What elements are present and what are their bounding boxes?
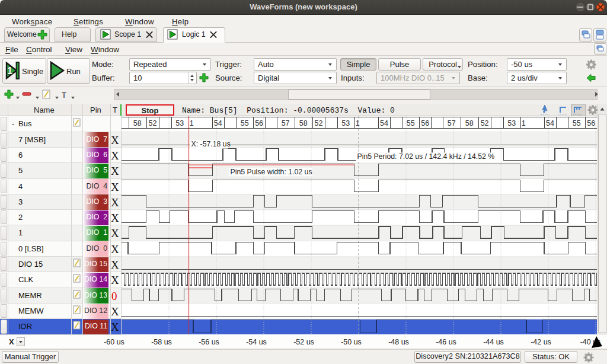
svg-text:T: T bbox=[62, 91, 66, 100]
svg-text:55: 55 bbox=[241, 119, 249, 127]
svg-text:1: 1 bbox=[7, 66, 12, 76]
svg-text:58: 58 bbox=[465, 119, 474, 127]
svg-text:Mode:: Mode: bbox=[92, 60, 114, 69]
svg-text:Pin5 Pulse width: 1.02 us: Pin5 Pulse width: 1.02 us bbox=[231, 168, 312, 176]
svg-text:1: 1 bbox=[190, 119, 194, 127]
svg-text:53: 53 bbox=[341, 119, 350, 127]
svg-text:Trigger:: Trigger: bbox=[215, 60, 242, 69]
svg-text:52: 52 bbox=[481, 119, 489, 127]
svg-text:53: 53 bbox=[175, 119, 184, 127]
svg-text:56: 56 bbox=[421, 119, 429, 127]
svg-text:53: 53 bbox=[507, 119, 516, 127]
svg-text:Buffer:: Buffer: bbox=[92, 74, 115, 82]
svg-text:X: -57.18 us: X: -57.18 us bbox=[191, 140, 231, 148]
svg-text:57: 57 bbox=[448, 119, 456, 127]
svg-text:55: 55 bbox=[407, 119, 415, 127]
svg-text:Base:: Base: bbox=[468, 74, 488, 82]
svg-text:Position:: Position: bbox=[468, 60, 498, 69]
svg-text:54: 54 bbox=[214, 119, 222, 127]
svg-text:57: 57 bbox=[282, 119, 290, 127]
svg-text:1: 1 bbox=[356, 119, 360, 127]
svg-text:58: 58 bbox=[299, 119, 308, 127]
svg-text:55: 55 bbox=[573, 119, 581, 127]
svg-text:54: 54 bbox=[380, 119, 388, 127]
svg-text:58: 58 bbox=[133, 119, 142, 127]
svg-text:52: 52 bbox=[149, 119, 157, 127]
svg-text:Inputs:: Inputs: bbox=[341, 74, 365, 82]
svg-text:56: 56 bbox=[587, 119, 595, 127]
svg-text:56: 56 bbox=[255, 119, 263, 127]
svg-text:1: 1 bbox=[522, 119, 526, 127]
svg-text:52: 52 bbox=[315, 119, 323, 127]
svg-text:Source:: Source: bbox=[215, 74, 242, 82]
svg-text:54: 54 bbox=[546, 119, 554, 127]
svg-text:Pin5 Period: 7.02 us / 142.4 k: Pin5 Period: 7.02 us / 142.4 kHz / 14.52… bbox=[357, 152, 495, 161]
